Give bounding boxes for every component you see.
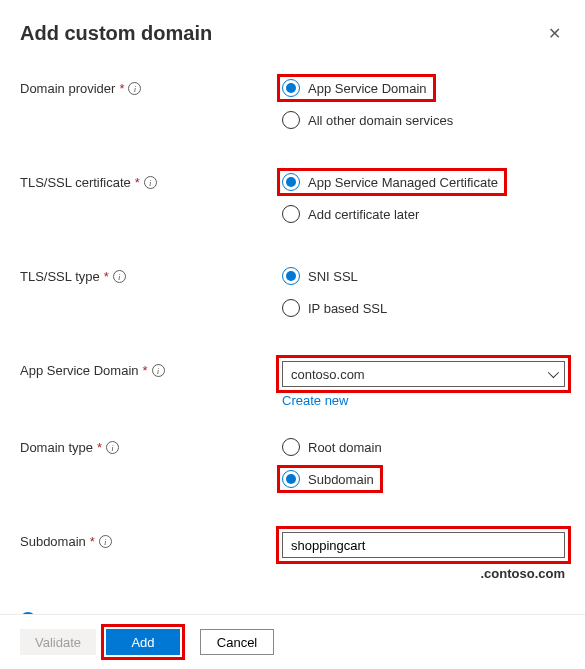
radio-selected-icon <box>282 173 300 191</box>
radio-selected-icon <box>282 79 300 97</box>
info-icon[interactable]: i <box>128 82 141 95</box>
radio-selected-icon <box>282 470 300 488</box>
footer-buttons: Validate Add Cancel <box>0 614 585 669</box>
radio-unselected-icon <box>282 205 300 223</box>
dropdown-value: contoso.com <box>291 367 365 382</box>
info-icon[interactable]: i <box>113 270 126 283</box>
required-asterisk: * <box>135 175 140 190</box>
app-service-domain-label: App Service Domain <box>20 363 139 378</box>
domain-type-root-option[interactable]: Root domain <box>282 438 565 456</box>
domain-type-label: Domain type <box>20 440 93 455</box>
radio-label: App Service Domain <box>308 81 427 96</box>
tls-cert-managed-option[interactable]: App Service Managed Certificate <box>282 173 565 191</box>
radio-selected-icon <box>282 267 300 285</box>
domain-provider-label: Domain provider <box>20 81 115 96</box>
radio-unselected-icon <box>282 299 300 317</box>
tls-cert-later-option[interactable]: Add certificate later <box>282 205 565 223</box>
required-asterisk: * <box>143 363 148 378</box>
tls-cert-label: TLS/SSL certificate <box>20 175 131 190</box>
radio-unselected-icon <box>282 111 300 129</box>
tls-type-sni-option[interactable]: SNI SSL <box>282 267 565 285</box>
subdomain-input[interactable] <box>282 532 565 558</box>
domain-provider-app-service-option[interactable]: App Service Domain <box>282 79 565 97</box>
tls-type-label: TLS/SSL type <box>20 269 100 284</box>
info-icon[interactable]: i <box>144 176 157 189</box>
add-button[interactable]: Add <box>106 629 180 655</box>
radio-label: IP based SSL <box>308 301 387 316</box>
radio-label: Root domain <box>308 440 382 455</box>
info-icon[interactable]: i <box>99 535 112 548</box>
info-icon[interactable]: i <box>106 441 119 454</box>
validate-button[interactable]: Validate <box>20 629 96 655</box>
domain-provider-other-option[interactable]: All other domain services <box>282 111 565 129</box>
radio-label: All other domain services <box>308 113 453 128</box>
subdomain-label: Subdomain <box>20 534 86 549</box>
required-asterisk: * <box>97 440 102 455</box>
radio-label: SNI SSL <box>308 269 358 284</box>
required-asterisk: * <box>90 534 95 549</box>
required-asterisk: * <box>104 269 109 284</box>
radio-unselected-icon <box>282 438 300 456</box>
close-icon[interactable]: ✕ <box>544 20 565 47</box>
panel-title: Add custom domain <box>20 22 212 45</box>
subdomain-suffix: .contoso.com <box>282 566 565 581</box>
cancel-button[interactable]: Cancel <box>200 629 274 655</box>
tls-type-ip-option[interactable]: IP based SSL <box>282 299 565 317</box>
chevron-down-icon <box>548 367 559 378</box>
app-service-domain-dropdown[interactable]: contoso.com <box>282 361 565 387</box>
domain-type-subdomain-option[interactable]: Subdomain <box>282 470 565 488</box>
info-icon[interactable]: i <box>152 364 165 377</box>
create-new-link[interactable]: Create new <box>282 393 348 408</box>
radio-label: Subdomain <box>308 472 374 487</box>
required-asterisk: * <box>119 81 124 96</box>
radio-label: Add certificate later <box>308 207 419 222</box>
radio-label: App Service Managed Certificate <box>308 175 498 190</box>
